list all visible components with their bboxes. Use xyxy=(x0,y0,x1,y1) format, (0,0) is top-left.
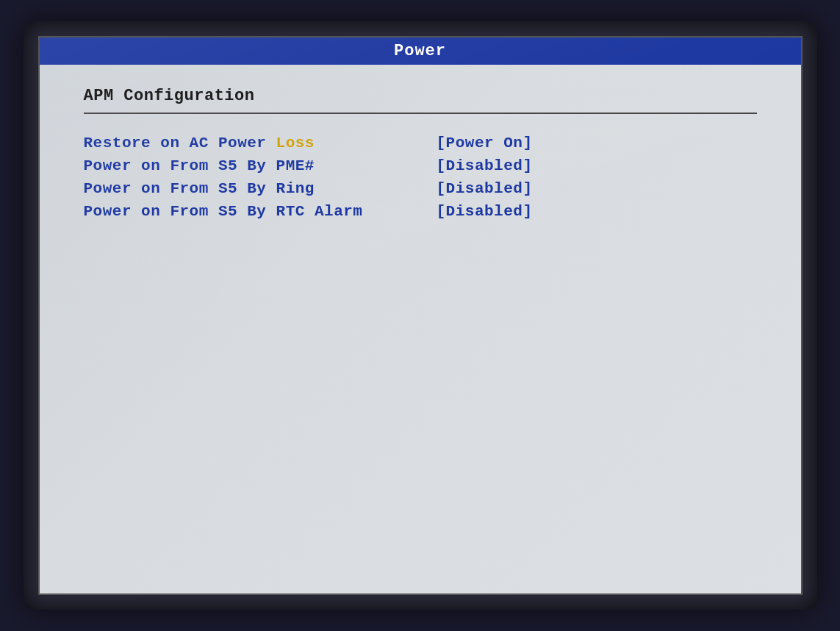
bios-content: APM Configuration Restore on AC Power Lo… xyxy=(40,65,801,248)
menu-item-power-ring-label: Power on From S5 By Ring xyxy=(84,180,437,197)
restore-ac-text-normal: Restore on AC Power xyxy=(84,135,276,151)
menu-item-power-rtc-value: [Disabled] xyxy=(437,203,533,220)
title-bar-label: Power xyxy=(394,42,446,60)
restore-ac-text-highlight: Loss xyxy=(276,135,315,151)
screen: Power APM Configuration Restore on AC Po… xyxy=(38,36,803,595)
section-title: APM Configuration xyxy=(84,87,757,105)
menu-item-power-ring[interactable]: Power on From S5 By Ring [Disabled] xyxy=(84,180,757,197)
monitor-bezel: Power APM Configuration Restore on AC Po… xyxy=(24,21,817,610)
menu-item-restore-ac[interactable]: Restore on AC Power Loss [Power On] xyxy=(84,135,757,151)
menu-item-restore-ac-label: Restore on AC Power Loss xyxy=(84,135,437,151)
section-divider xyxy=(84,113,757,114)
menu-item-power-pme-label: Power on From S5 By PME# xyxy=(84,157,437,174)
menu-item-power-pme[interactable]: Power on From S5 By PME# [Disabled] xyxy=(84,157,757,174)
menu-item-power-pme-value: [Disabled] xyxy=(437,157,533,174)
menu-item-power-rtc[interactable]: Power on From S5 By RTC Alarm [Disabled] xyxy=(84,203,757,220)
menu-item-power-ring-value: [Disabled] xyxy=(437,180,533,197)
screen-inner: Power APM Configuration Restore on AC Po… xyxy=(40,38,801,593)
menu-item-power-rtc-label: Power on From S5 By RTC Alarm xyxy=(84,203,437,220)
title-bar: Power xyxy=(40,38,801,65)
menu-item-restore-ac-value: [Power On] xyxy=(437,135,533,151)
